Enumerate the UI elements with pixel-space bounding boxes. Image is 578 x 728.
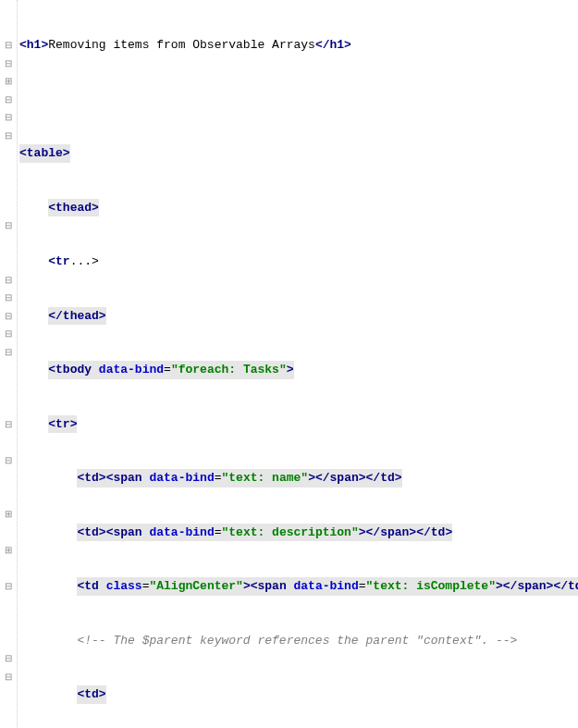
code-line[interactable]: <td class="AlignCenter"><span data-bind=… <box>19 577 578 596</box>
fold-marker[interactable] <box>0 613 17 632</box>
fold-marker[interactable] <box>0 632 17 650</box>
fold-marker[interactable]: ⊞ <box>0 72 17 91</box>
fold-marker[interactable]: ⊟ <box>0 289 17 307</box>
fold-marker[interactable]: ⊟ <box>0 668 17 686</box>
fold-marker[interactable] <box>0 433 17 451</box>
fold-marker[interactable]: ⊟ <box>0 307 17 326</box>
code-area[interactable]: <h1>Removing items from Observable Array… <box>18 0 578 728</box>
fold-marker[interactable]: ⊟ <box>0 127 17 145</box>
fold-marker[interactable] <box>0 722 17 728</box>
fold-marker[interactable] <box>0 397 17 415</box>
code-line[interactable]: <thead> <box>19 199 578 217</box>
code-line[interactable]: <tr> <box>19 415 578 434</box>
fold-marker[interactable]: ⊞ <box>0 505 17 524</box>
code-line[interactable]: <h1>Removing items from Observable Array… <box>19 36 578 55</box>
fold-marker[interactable]: ⊟ <box>0 325 17 343</box>
fold-marker[interactable] <box>0 19 17 37</box>
fold-marker[interactable] <box>0 0 17 19</box>
fold-marker[interactable] <box>0 487 17 506</box>
code-line[interactable]: <!-- The $parent keyword references the … <box>19 632 578 650</box>
fold-marker[interactable] <box>0 144 17 163</box>
fold-marker[interactable]: ⊟ <box>0 451 17 470</box>
fold-marker[interactable]: ⊟ <box>0 577 17 596</box>
fold-marker[interactable] <box>0 560 17 578</box>
code-line[interactable]: <td><span data-bind="text: name"></span>… <box>19 469 578 487</box>
fold-marker[interactable] <box>0 199 17 217</box>
fold-marker[interactable]: ⊟ <box>0 108 17 127</box>
fold-marker[interactable]: ⊟ <box>0 415 17 434</box>
fold-marker[interactable] <box>0 596 17 614</box>
fold-marker[interactable]: ⊞ <box>0 541 17 560</box>
fold-marker[interactable] <box>0 163 17 181</box>
code-line[interactable]: <tr...> <box>19 253 578 271</box>
fold-gutter: ⊟ ⊟ ⊞ ⊟ ⊟ ⊟ ⊟ ⊟ ⊟ ⊟ ⊟ ⊟ ⊟ ⊟ ⊞ ⊞ ⊟ ⊟ ⊟ <box>0 0 18 728</box>
fold-marker[interactable]: ⊟ <box>0 36 17 55</box>
code-line[interactable]: <td> <box>19 685 578 704</box>
fold-marker[interactable] <box>0 361 17 379</box>
code-editor[interactable]: ⊟ ⊟ ⊞ ⊟ ⊟ ⊟ ⊟ ⊟ ⊟ ⊟ ⊟ ⊟ ⊟ ⊟ ⊞ ⊞ ⊟ ⊟ ⊟ <box>0 0 578 728</box>
fold-marker[interactable]: ⊟ <box>0 216 17 235</box>
fold-marker[interactable]: ⊟ <box>0 343 17 362</box>
fold-marker[interactable]: ⊟ <box>0 91 17 109</box>
fold-marker[interactable]: ⊟ <box>0 649 17 668</box>
fold-marker[interactable] <box>0 685 17 704</box>
fold-marker[interactable]: ⊟ <box>0 271 17 290</box>
fold-marker[interactable] <box>0 524 17 542</box>
code-line[interactable]: <td><span data-bind="text: description">… <box>19 524 578 542</box>
fold-marker[interactable] <box>0 180 17 199</box>
code-line[interactable]: </thead> <box>19 307 578 326</box>
fold-marker[interactable] <box>0 379 17 398</box>
fold-marker[interactable]: ⊟ <box>0 55 17 73</box>
fold-marker[interactable] <box>0 704 17 722</box>
fold-marker[interactable] <box>0 469 17 487</box>
code-line[interactable] <box>19 91 578 109</box>
code-line[interactable]: <table> <box>19 144 578 163</box>
fold-marker[interactable] <box>0 253 17 271</box>
code-line[interactable]: <tbody data-bind="foreach: Tasks"> <box>19 361 578 379</box>
fold-marker[interactable] <box>0 235 17 253</box>
